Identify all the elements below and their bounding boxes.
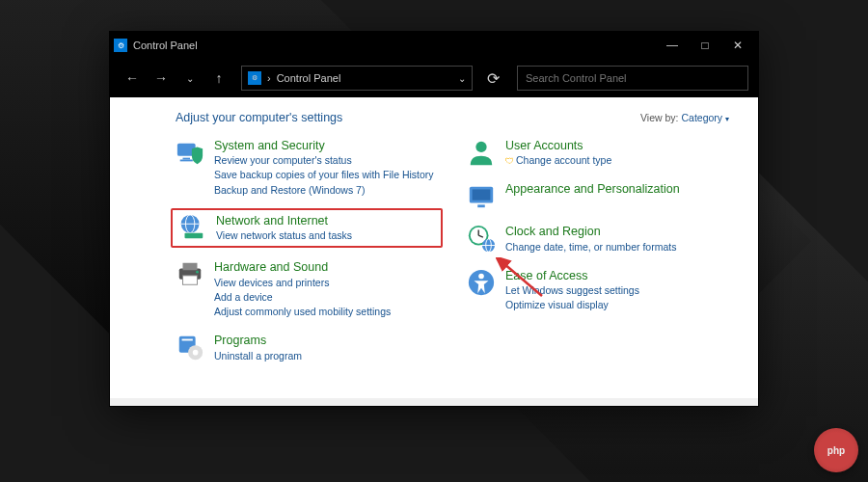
category-link[interactable]: View devices and printers — [214, 276, 438, 290]
svg-point-15 — [475, 142, 486, 152]
viewby-label: View by: — [640, 112, 679, 123]
up-button[interactable]: ↑ — [206, 66, 231, 91]
globe-network-icon — [177, 213, 206, 242]
address-bar[interactable]: ⚙ › Control Panel ⌄ — [241, 66, 473, 91]
svg-rect-18 — [477, 205, 485, 208]
svg-point-14 — [193, 350, 199, 356]
svg-rect-2 — [180, 160, 193, 162]
category-link[interactable]: View network status and tasks — [216, 228, 436, 243]
shield-pc-icon — [176, 138, 204, 167]
refresh-button[interactable]: ⟳ — [480, 66, 505, 91]
category-item: System and SecurityReview your computer'… — [176, 138, 438, 198]
svg-rect-17 — [473, 190, 491, 201]
category-link[interactable]: Save backup copies of your files with Fi… — [214, 168, 438, 182]
svg-rect-6 — [185, 233, 203, 239]
category-item: Network and InternetView network status … — [177, 213, 436, 243]
svg-rect-8 — [183, 263, 198, 271]
category-column-right: User Accounts🛡Change account typeAppeara… — [467, 138, 729, 377]
minimize-button[interactable]: — — [656, 32, 689, 59]
category-link[interactable]: Review your computer's status — [214, 153, 438, 168]
svg-rect-1 — [183, 158, 191, 160]
category-item: ProgramsUninstall a program — [176, 333, 438, 362]
category-link[interactable]: Uninstall a program — [214, 349, 438, 363]
close-button[interactable]: ✕ — [721, 32, 754, 59]
address-text: Control Panel — [277, 72, 341, 84]
recent-locations-button[interactable]: ⌄ — [177, 66, 203, 91]
category-link[interactable]: 🛡Change account type — [505, 153, 729, 168]
category-link[interactable]: Change date, time, or number formats — [505, 240, 729, 254]
address-icon: ⚙ — [248, 71, 261, 85]
category-title[interactable]: Network and Internet — [216, 213, 436, 228]
category-item: Ease of AccessLet Windows suggest settin… — [467, 268, 729, 313]
highlight-annotation: Network and InternetView network status … — [171, 208, 443, 248]
programs-icon — [176, 333, 204, 362]
category-link[interactable]: Backup and Restore (Windows 7) — [214, 183, 438, 198]
watermark-logo: php — [814, 428, 858, 472]
category-link[interactable]: Add a device — [214, 290, 438, 305]
ease-access-icon — [467, 268, 496, 297]
maximize-button[interactable]: □ — [689, 32, 721, 59]
page-heading: Adjust your computer's settings — [176, 111, 640, 124]
viewby-dropdown[interactable]: Category ▾ — [681, 112, 729, 123]
category-title[interactable]: Clock and Region — [505, 224, 729, 239]
category-link[interactable]: Optimize visual display — [505, 298, 729, 312]
address-dropdown[interactable]: ⌄ — [458, 73, 466, 84]
user-icon — [467, 138, 496, 167]
window-title: Control Panel — [133, 40, 656, 51]
clock-region-icon — [467, 224, 496, 253]
back-button[interactable]: ← — [120, 66, 145, 91]
category-title[interactable]: System and Security — [214, 138, 438, 153]
navbar: ← → ⌄ ↑ ⚙ › Control Panel ⌄ ⟳ — [110, 59, 758, 97]
category-link[interactable]: Adjust commonly used mobility settings — [214, 305, 438, 319]
control-panel-window: ⚙ Control Panel — □ ✕ ← → ⌄ ↑ ⚙ › Contro… — [109, 31, 759, 407]
category-item: Hardware and SoundView devices and print… — [176, 259, 438, 319]
svg-rect-9 — [183, 276, 198, 284]
address-sep: › — [267, 72, 271, 84]
category-title[interactable]: Hardware and Sound — [214, 259, 438, 275]
viewby-control: View by: Category ▾ — [640, 112, 729, 123]
personalization-icon — [467, 181, 496, 210]
category-item: Appearance and Personalization — [467, 181, 729, 210]
category-title[interactable]: Programs — [214, 333, 438, 348]
svg-point-27 — [478, 274, 484, 280]
titlebar[interactable]: ⚙ Control Panel — □ ✕ — [110, 32, 758, 59]
app-icon: ⚙ — [114, 39, 127, 52]
category-column-left: System and SecurityReview your computer'… — [176, 138, 438, 377]
forward-button[interactable]: → — [149, 66, 174, 91]
svg-rect-12 — [182, 339, 193, 341]
printer-icon — [176, 259, 204, 288]
content-area: Adjust your computer's settings View by:… — [110, 97, 758, 406]
category-item: User Accounts🛡Change account type — [467, 138, 729, 168]
category-title[interactable]: Ease of Access — [505, 268, 729, 283]
search-input[interactable] — [517, 66, 748, 91]
category-item: Clock and RegionChange date, time, or nu… — [467, 224, 729, 254]
svg-point-10 — [196, 271, 199, 274]
category-link[interactable]: Let Windows suggest settings — [505, 283, 729, 298]
category-title[interactable]: User Accounts — [505, 138, 729, 153]
shield-icon: 🛡 — [505, 156, 514, 166]
category-title[interactable]: Appearance and Personalization — [505, 181, 729, 197]
